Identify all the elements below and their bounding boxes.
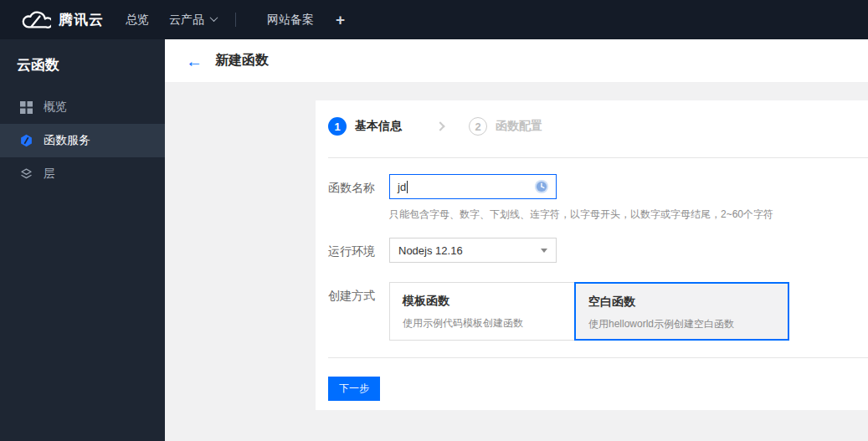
- next-step-button[interactable]: 下一步: [328, 377, 380, 401]
- brand-home-link[interactable]: 腾讯云: [0, 9, 104, 31]
- add-tab-button[interactable]: +: [336, 11, 345, 29]
- function-name-hint: 只能包含字母、数字、下划线、连字符，以字母开头，以数字或字母结尾，2~60个字符: [389, 208, 868, 222]
- tencent-cloud-console: 腾讯云 总览 云产品 网站备案 + 云函数 概: [0, 0, 868, 441]
- card-template-function[interactable]: 模板函数 使用示例代码模板创建函数: [389, 282, 574, 341]
- sidebar-title: 云函数: [0, 39, 165, 90]
- sidebar-item-label: 概览: [44, 100, 67, 115]
- scf-hexagon-icon: [19, 134, 33, 148]
- brand-name: 腾讯云: [59, 10, 104, 29]
- card-title: 空白函数: [588, 295, 775, 310]
- form-row-runtime: 运行环境 Nodejs 12.16: [328, 238, 868, 263]
- page-title: 新建函数: [215, 52, 269, 69]
- clock-autofill-icon[interactable]: [534, 179, 549, 194]
- divider: [328, 157, 868, 158]
- step-1-label: 基本信息: [355, 119, 402, 134]
- sidebar-item-overview[interactable]: 概览: [0, 90, 165, 124]
- page-header: ← 新建函数: [165, 39, 868, 82]
- nav-item-overview[interactable]: 总览: [126, 13, 149, 28]
- form-row-creation-method: 创建方式 模板函数 使用示例代码模板创建函数 空白函数 使用helloworld…: [328, 282, 868, 341]
- create-function-panel: 1 基本信息 2 函数配置 函数名称 jd: [316, 100, 868, 410]
- form-row-function-name: 函数名称 jd: [328, 174, 868, 199]
- runtime-selected-value: Nodejs 12.16: [398, 244, 463, 257]
- main-area: ← 新建函数 1 基本信息 2 函数配置 函数名称: [165, 39, 868, 441]
- nav-item-cloud-products[interactable]: 云产品: [169, 13, 217, 28]
- sidebar: 云函数 概览: [0, 39, 165, 441]
- function-name-label: 函数名称: [328, 174, 389, 199]
- dropdown-arrow-icon: [541, 249, 547, 253]
- runtime-select[interactable]: Nodejs 12.16: [389, 238, 557, 263]
- nav-item-website-beian[interactable]: 网站备案: [267, 13, 314, 28]
- card-title: 模板函数: [403, 294, 562, 309]
- card-description: 使用helloworld示例创建空白函数: [588, 317, 775, 331]
- top-navbar: 腾讯云 总览 云产品 网站备案 +: [0, 0, 868, 39]
- step-1-circle: 1: [328, 117, 347, 136]
- divider: [328, 357, 868, 358]
- tencent-cloud-logo-icon: [21, 9, 51, 31]
- card-blank-function-selected[interactable]: 空白函数 使用helloworld示例创建空白函数: [574, 282, 789, 341]
- runtime-label: 运行环境: [328, 238, 389, 263]
- function-name-value: jd: [398, 181, 406, 193]
- sidebar-item-layers[interactable]: 层: [0, 157, 165, 191]
- sidebar-item-label: 层: [44, 167, 55, 182]
- creation-method-cards: 模板函数 使用示例代码模板创建函数 空白函数 使用helloworld示例创建空…: [389, 282, 789, 341]
- step-2-circle: 2: [469, 117, 487, 136]
- step-2-label: 函数配置: [496, 119, 542, 134]
- function-name-input[interactable]: jd: [389, 174, 557, 199]
- grid-icon: [19, 100, 33, 115]
- card-description: 使用示例代码模板创建函数: [403, 316, 562, 331]
- nav-divider: [235, 13, 236, 27]
- chevron-right-icon: [435, 121, 444, 131]
- text-cursor: [407, 181, 408, 193]
- wizard-steps: 1 基本信息 2 函数配置: [316, 100, 868, 136]
- chevron-down-icon: [210, 13, 218, 22]
- sidebar-item-label: 函数服务: [44, 133, 90, 148]
- creation-method-label: 创建方式: [328, 282, 389, 341]
- back-button[interactable]: ←: [186, 53, 203, 69]
- sidebar-item-function-service[interactable]: 函数服务: [0, 124, 165, 157]
- content-area: 1 基本信息 2 函数配置 函数名称 jd: [165, 82, 868, 441]
- layers-icon: [19, 167, 33, 182]
